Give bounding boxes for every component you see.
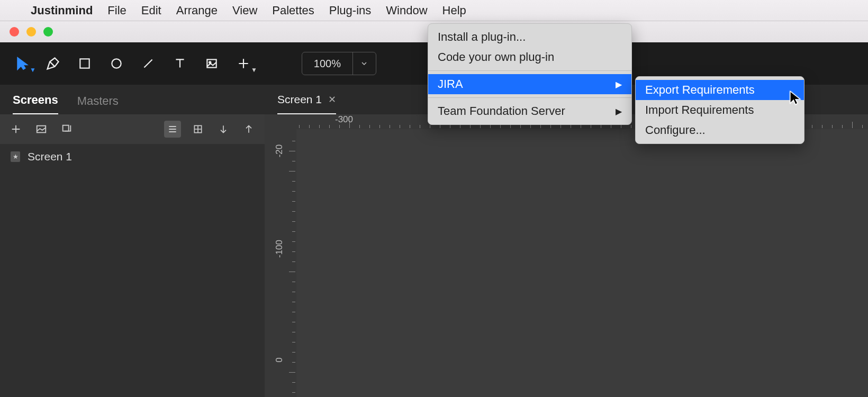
screen-icon: ★ [11,151,20,162]
sort-up-button[interactable] [240,121,257,138]
traffic-zoom-icon[interactable] [43,27,53,37]
list-item[interactable]: ★ Screen 1 [0,144,265,169]
screens-list: ★ Screen 1 [0,144,265,397]
add-tool-chevron-icon[interactable]: ▼ [251,66,257,74]
zoom-value: 100% [302,58,352,70]
menu-separator [428,70,631,71]
menu-item-code-plugin[interactable]: Code your own plug-in [428,47,631,67]
menu-help[interactable]: Help [442,4,466,17]
grid-view-button[interactable] [189,121,206,138]
sort-down-button[interactable] [215,121,232,138]
list-item-label: Screen 1 [28,150,72,163]
image-tool-button[interactable] [197,49,227,78]
canvas[interactable] [296,129,868,397]
select-tool-button[interactable] [7,49,37,78]
zoom-chevron-icon[interactable] [352,52,376,75]
ellipse-tool-button[interactable] [102,49,131,78]
tab-screens[interactable]: Screens [13,93,58,114]
zoom-control[interactable]: 100% [302,52,376,75]
menu-item-label: Code your own plug-in [438,50,554,64]
svg-rect-6 [63,125,69,131]
vertical-ruler: -20-1000 [265,129,296,397]
select-tool-chevron-icon[interactable]: ▼ [30,66,36,74]
list-view-button[interactable] [164,121,181,138]
svg-line-2 [144,59,152,67]
add-screen-button[interactable] [7,121,24,138]
menu-item-jira[interactable]: JIRA ▶ [428,74,631,94]
line-tool-button[interactable] [133,49,163,78]
left-panel-tabs: Screens Masters [0,85,265,114]
menu-item-label: JIRA [438,77,463,91]
menu-file[interactable]: File [107,4,126,17]
menu-item-export-requirements[interactable]: Export Requirements [636,80,804,100]
jira-submenu: Export Requirements Import Requirements … [635,76,804,144]
plugins-dropdown: Install a plug-in... Code your own plug-… [428,23,632,125]
menu-edit[interactable]: Edit [141,4,161,17]
pen-tool-button[interactable] [38,49,68,78]
close-icon[interactable]: ✕ [328,94,336,105]
menu-item-install-plugin[interactable]: Install a plug-in... [428,27,631,47]
menu-item-label: Team Foundation Server [438,104,565,118]
text-tool-button[interactable] [165,49,195,78]
menubar-app[interactable]: Justinmind [31,4,93,17]
traffic-minimize-icon[interactable] [26,27,36,37]
menu-window[interactable]: Window [386,4,427,17]
menu-item-label: Configure... [645,123,706,137]
menu-item-tfs[interactable]: Team Foundation Server ▶ [428,101,631,121]
doc-tab-label: Screen 1 [277,93,322,106]
left-panel-toolbar [0,114,265,144]
traffic-close-icon[interactable] [10,27,19,37]
menu-item-import-requirements[interactable]: Import Requirements [636,100,804,120]
tab-masters[interactable]: Masters [77,94,119,114]
rectangle-tool-button[interactable] [70,49,100,78]
submenu-arrow-icon: ▶ [616,106,622,116]
menu-item-label: Export Requirements [645,83,755,97]
submenu-arrow-icon: ▶ [616,79,622,89]
image-icon[interactable] [33,121,50,138]
add-tool-button[interactable] [229,49,258,78]
doc-tab[interactable]: Screen 1 ✕ [277,93,336,114]
menu-view[interactable]: View [232,4,257,17]
left-panel: Screens Masters [0,85,265,397]
menu-arrange[interactable]: Arrange [176,4,218,17]
canvas-viewport[interactable]: -300-200-1000100 -20-1000 [265,114,868,397]
menu-separator [428,97,631,98]
mac-menubar: Justinmind File Edit Arrange View Palett… [0,0,868,21]
duplicate-icon[interactable] [58,121,75,138]
svg-rect-0 [80,59,89,68]
menu-palettes[interactable]: Palettes [272,4,314,17]
menu-plugins[interactable]: Plug-ins [329,4,371,17]
svg-point-1 [112,59,121,68]
menu-item-label: Import Requirements [645,103,754,117]
menu-item-label: Install a plug-in... [438,30,526,44]
menu-item-configure[interactable]: Configure... [636,120,804,140]
